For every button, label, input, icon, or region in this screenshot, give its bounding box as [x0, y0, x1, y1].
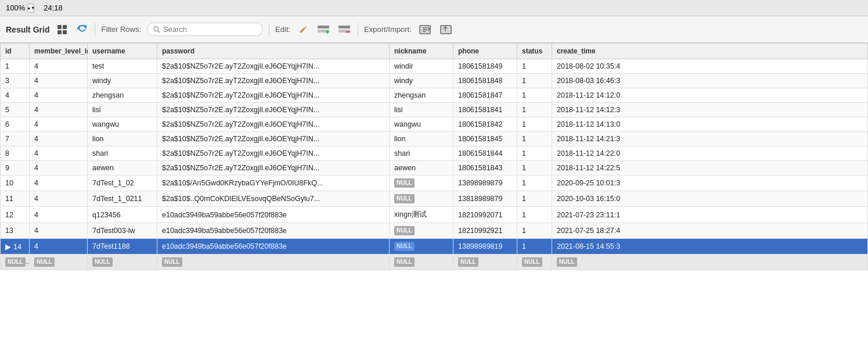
table-row[interactable]: 64wangwu$2a$10$NZ5o7r2E.ayT2ZoxgjIl.eJ6O…: [1, 117, 868, 132]
svg-line-5: [158, 31, 160, 33]
cell-password: $2a$10$..Q0mCoKDIElLVEsovqQBeNSoGylu7...: [157, 191, 390, 207]
refresh-button[interactable]: [75, 23, 89, 37]
cell-create-time: 2020-10-03 16:15:0: [552, 191, 868, 207]
table-row[interactable]: 1047dTest_1_02$2a$10$/An5Gwd0KRzybaGYYeF…: [1, 175, 868, 191]
cell-password: $2a$10$NZ5o7r2E.ayT2ZoxgjIl.eJ6OEYqjH7IN…: [157, 74, 390, 88]
null-row: NULLNULLNULLNULLNULLNULLNULLNULL: [1, 255, 868, 270]
export-label: Export/Import:: [364, 25, 412, 34]
cell-username: windy: [88, 74, 157, 88]
cell-password: e10adc3949ba59abbe56e057f20f883e: [157, 207, 390, 223]
cell-password: $2a$10$NZ5o7r2E.ayT2ZoxgjIl.eJ6OEYqjH7IN…: [157, 88, 390, 103]
delete-row-button[interactable]: [337, 23, 352, 37]
cell-id: ▶14: [1, 239, 30, 255]
cell-create-time: 2018-08-02 10:35:4: [552, 59, 868, 74]
cell-nickname: lisi: [390, 103, 453, 117]
cell-nickname: lion: [390, 132, 453, 146]
cell-username: 7dTest003-lw: [88, 223, 157, 239]
col-phone[interactable]: phone: [453, 44, 517, 59]
cell-phone: 18061581845: [453, 132, 517, 146]
cell-member-level-id: 4: [30, 88, 88, 103]
cell-member-level-id: 4: [30, 175, 88, 191]
export-button[interactable]: [417, 23, 433, 37]
filter-label: Filter Rows:: [101, 25, 141, 34]
time-display: 24:18: [44, 3, 63, 12]
toolbar: Result Grid Filter Rows: Edit:: [0, 16, 868, 43]
table-row[interactable]: 34windy$2a$10$NZ5o7r2E.ayT2ZoxgjIl.eJ6OE…: [1, 74, 868, 88]
table-row[interactable]: ▶1447dTest1188e10adc3949ba59abbe56e057f2…: [1, 239, 868, 255]
divider-2: [269, 23, 269, 37]
col-member-level-id[interactable]: member_level_id: [30, 44, 88, 59]
cell-member-level-id: 4: [30, 74, 88, 88]
col-status[interactable]: status: [517, 44, 552, 59]
cell-null-nickname: NULL: [390, 255, 453, 270]
col-password[interactable]: password: [157, 44, 390, 59]
cell-nickname: NULL: [390, 239, 453, 255]
cell-phone: 18061581848: [453, 74, 517, 88]
cell-status: 1: [517, 223, 552, 239]
edit-pencil-button[interactable]: [296, 23, 310, 37]
cell-create-time: 2020-09-25 10:01:3: [552, 175, 868, 191]
col-create-time[interactable]: create_time: [552, 44, 868, 59]
table-row[interactable]: 54lisi$2a$10$NZ5o7r2E.ayT2ZoxgjIl.eJ6OEY…: [1, 103, 868, 117]
cell-username: 7dTest1188: [88, 239, 157, 255]
search-icon: [153, 26, 160, 33]
col-username[interactable]: username: [88, 44, 157, 59]
cell-phone: 18061581841: [453, 103, 517, 117]
cell-nickname: wangwu: [390, 117, 453, 132]
cell-id: 10: [1, 175, 30, 191]
cell-username: shari: [88, 146, 157, 161]
table-row[interactable]: 94aewen$2a$10$NZ5o7r2E.ayT2ZoxgjIl.eJ6OE…: [1, 161, 868, 175]
table-row[interactable]: 14test$2a$10$NZ5o7r2E.ayT2ZoxgjIl.eJ6OEY…: [1, 59, 868, 74]
result-grid-title: Result Grid: [6, 25, 49, 34]
grid-view-button[interactable]: [55, 23, 69, 37]
col-nickname[interactable]: nickname: [390, 44, 453, 59]
table-row[interactable]: 84shari$2a$10$NZ5o7r2E.ayT2ZoxgjIl.eJ6OE…: [1, 146, 868, 161]
cell-member-level-id: 4: [30, 103, 88, 117]
cell-id: 7: [1, 132, 30, 146]
cell-id: 8: [1, 146, 30, 161]
cell-password: $2a$10$NZ5o7r2E.ayT2ZoxgjIl.eJ6OEYqjH7IN…: [157, 161, 390, 175]
svg-rect-1: [63, 25, 67, 29]
cell-id: 9: [1, 161, 30, 175]
table-row[interactable]: 1347dTest003-lwe10adc3949ba59abbe56e057f…: [1, 223, 868, 239]
cell-username: lisi: [88, 103, 157, 117]
table-row[interactable]: 124q123456e10adc3949ba59abbe56e057f20f88…: [1, 207, 868, 223]
cell-status: 1: [517, 207, 552, 223]
cell-create-time: 2021-07-23 23:11:1: [552, 207, 868, 223]
cell-status: 1: [517, 175, 552, 191]
svg-rect-18: [441, 26, 451, 34]
cell-id: 3: [1, 74, 30, 88]
add-row-button[interactable]: [316, 23, 331, 37]
cell-create-time: 2021-08-15 14:55:3: [552, 239, 868, 255]
col-id[interactable]: id: [1, 44, 30, 59]
zoom-spinner[interactable]: ▲▼: [27, 3, 34, 13]
cell-phone: 13898989879: [453, 175, 517, 191]
cell-status: 1: [517, 103, 552, 117]
cell-phone: 18210992921: [453, 223, 517, 239]
cell-password: $2a$10$NZ5o7r2E.ayT2ZoxgjIl.eJ6OEYqjH7IN…: [157, 103, 390, 117]
cell-null-member_level_id: NULL: [30, 255, 88, 270]
cell-null-phone: NULL: [453, 255, 517, 270]
table-row[interactable]: 1147dTest_1_0211$2a$10$..Q0mCoKDIElLVEso…: [1, 191, 868, 207]
cell-id: 4: [1, 88, 30, 103]
cell-member-level-id: 4: [30, 207, 88, 223]
table-row[interactable]: 74lion$2a$10$NZ5o7r2E.ayT2ZoxgjIl.eJ6OEY…: [1, 132, 868, 146]
svg-rect-3: [63, 30, 67, 34]
search-box[interactable]: [147, 23, 263, 36]
cell-username: q123456: [88, 207, 157, 223]
table-container: id member_level_id username password nic…: [0, 43, 868, 344]
cell-create-time: 2018-11-12 14:12:3: [552, 103, 868, 117]
cell-password: $2a$10$NZ5o7r2E.ayT2ZoxgjIl.eJ6OEYqjH7IN…: [157, 146, 390, 161]
search-input[interactable]: [163, 25, 257, 34]
divider-3: [358, 23, 358, 37]
result-table: id member_level_id username password nic…: [0, 43, 868, 270]
table-row[interactable]: 44zhengsan$2a$10$NZ5o7r2E.ayT2ZoxgjIl.eJ…: [1, 88, 868, 103]
cell-username: test: [88, 59, 157, 74]
cell-id: 13: [1, 223, 30, 239]
cell-password: e10adc3949ba59abbe56e057f20f883e: [157, 239, 390, 255]
cell-nickname: NULL: [390, 175, 453, 191]
cell-phone: 18061581843: [453, 161, 517, 175]
cell-username: lion: [88, 132, 157, 146]
import-button[interactable]: [438, 23, 453, 37]
cell-status: 1: [517, 191, 552, 207]
